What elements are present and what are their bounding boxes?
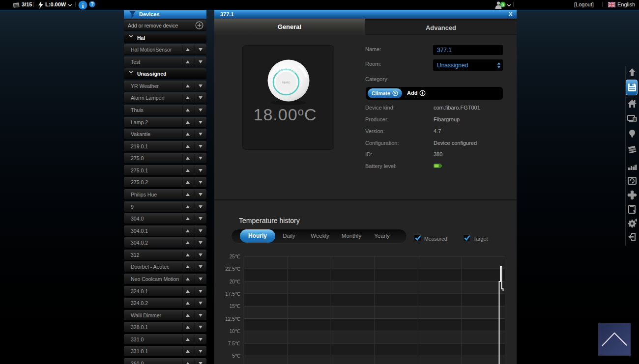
svg-text:FIBARO: FIBARO — [282, 82, 290, 84]
svg-text:7.5℃: 7.5℃ — [228, 341, 240, 346]
svg-text:✱: ✱ — [635, 218, 638, 223]
svg-text:0: 0 — [501, 2, 504, 7]
svg-text:5℃: 5℃ — [232, 353, 240, 359]
svg-text:17.5℃: 17.5℃ — [225, 291, 240, 297]
svg-text:18.00oC: 18.00oC — [254, 105, 317, 124]
svg-text:i: i — [82, 2, 84, 9]
svg-text:10℃: 10℃ — [230, 329, 240, 334]
svg-text:15℃: 15℃ — [230, 304, 240, 309]
svg-text:?: ? — [90, 1, 93, 7]
svg-text:25℃: 25℃ — [230, 254, 240, 259]
svg-text:20℃: 20℃ — [230, 279, 240, 284]
svg-text:12.5℃: 12.5℃ — [225, 316, 240, 322]
svg-text:22.5℃: 22.5℃ — [225, 266, 240, 272]
